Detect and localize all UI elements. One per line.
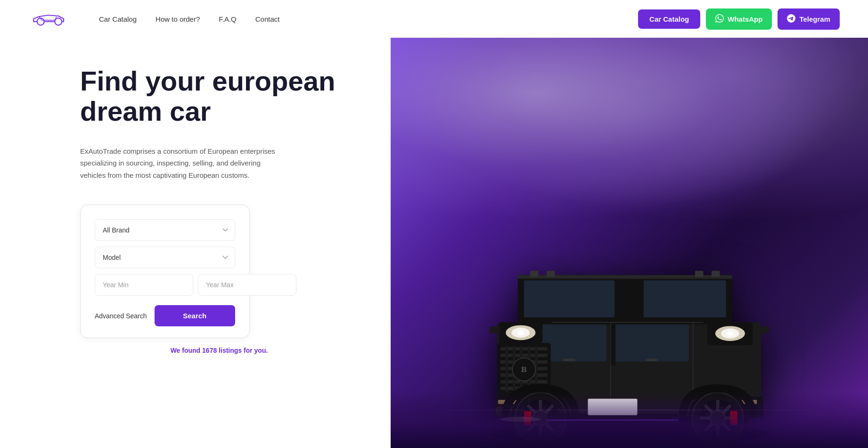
model-select[interactable]: Model (95, 247, 235, 268)
year-max-input[interactable] (198, 274, 296, 296)
whatsapp-icon (715, 14, 724, 24)
main-container: Find your european dream car ExAutoTrade… (0, 38, 868, 448)
nav-how-to-order[interactable]: How to order? (156, 15, 200, 23)
svg-rect-11 (644, 280, 726, 317)
search-form: All Brand Model Advanced Search Search (80, 205, 250, 338)
svg-rect-78 (518, 276, 732, 278)
smoke-effect (391, 38, 868, 223)
svg-rect-10 (524, 280, 615, 317)
hero-image-panel: B (391, 38, 868, 448)
search-button[interactable]: Search (155, 305, 235, 326)
ground-effect (391, 391, 868, 448)
header-left: Car Catalog How to order? F.A.Q Contact (28, 8, 279, 30)
main-nav: Car Catalog How to order? F.A.Q Contact (99, 15, 279, 23)
hero-title: Find your european dream car (80, 66, 358, 126)
svg-point-1 (55, 18, 62, 25)
svg-rect-25 (506, 346, 508, 392)
telegram-icon (787, 14, 795, 24)
svg-rect-8 (695, 271, 704, 277)
left-content: Find your european dream car ExAutoTrade… (0, 38, 386, 448)
svg-rect-76 (646, 359, 658, 361)
svg-rect-41 (759, 326, 770, 333)
svg-rect-75 (563, 359, 575, 361)
svg-rect-9 (712, 271, 720, 277)
svg-text:B: B (521, 365, 527, 374)
year-row (95, 274, 235, 296)
telegram-button[interactable]: Telegram (778, 8, 840, 30)
nav-catalog[interactable]: Car Catalog (99, 15, 137, 23)
whatsapp-label: WhatsApp (728, 15, 762, 23)
listings-suffix: listings for you. (217, 347, 268, 354)
site-header: Car Catalog How to order? F.A.Q Contact … (0, 0, 868, 38)
year-min-input[interactable] (95, 274, 193, 296)
whatsapp-button[interactable]: WhatsApp (706, 8, 772, 30)
svg-rect-13 (615, 324, 689, 362)
advanced-search-button[interactable]: Advanced Search (95, 312, 147, 320)
header-right: Car Catalog WhatsApp Telegram (638, 8, 840, 30)
nav-contact[interactable]: Contact (255, 15, 280, 23)
ground-line (415, 410, 844, 410)
listings-prefix: We found (171, 347, 202, 354)
svg-rect-7 (547, 271, 555, 277)
car-background: B (391, 38, 868, 448)
listings-count: 1678 (202, 347, 217, 354)
svg-point-39 (727, 331, 734, 336)
car-catalog-button[interactable]: Car Catalog (638, 9, 700, 29)
svg-rect-6 (530, 271, 539, 277)
site-logo[interactable] (28, 8, 71, 30)
listings-info: We found 1678 listings for you. (80, 347, 358, 354)
nav-faq[interactable]: F.A.Q (219, 15, 237, 23)
brand-select[interactable]: All Brand (95, 219, 235, 241)
hero-description: ExAutoTrade comprises a consortium of Eu… (80, 145, 287, 182)
telegram-label: Telegram (799, 15, 830, 23)
logo-icon (28, 8, 71, 30)
svg-rect-40 (490, 326, 500, 333)
form-actions: Advanced Search Search (95, 305, 235, 326)
svg-point-35 (517, 330, 524, 335)
